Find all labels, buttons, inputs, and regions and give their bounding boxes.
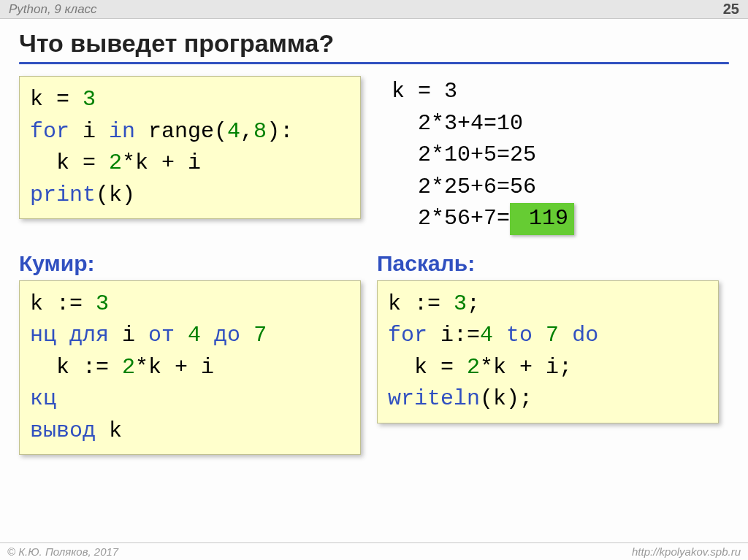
code-num: 4 [227,119,240,144]
code-kw: for [30,119,69,144]
code-text: ): [267,119,293,144]
code-num: 7 [253,323,267,348]
code-text [493,323,506,348]
code-text: (k); [480,386,533,411]
code-text [240,323,253,348]
code-text [559,323,572,348]
code-text: k = [30,150,109,175]
code-text: *k + i [135,355,214,380]
code-text: i [109,323,148,348]
code-num: 4 [480,323,493,348]
pascal-label: Паскаль: [377,251,719,276]
code-text: *k + i; [480,355,572,380]
kumir-code: k := 3 нц для i от 4 до 7 k := 2*k + i к… [19,280,361,456]
code-num: 8 [253,119,267,144]
code-text [533,323,546,348]
code-text: k := [30,355,122,380]
code-kw: кц [30,386,56,411]
code-num: 2 [467,355,480,380]
trace-line: 2*3+4=10 [392,111,523,136]
code-num: 2 [109,150,122,175]
code-kw: до [214,323,240,348]
footer-copyright: © К.Ю. Поляков, 2017 [7,545,118,558]
code-num: 7 [546,323,559,348]
code-text [201,323,214,348]
trace-line: 2*10+5=25 [392,142,536,167]
code-kw: to [506,323,533,348]
page-number: 25 [723,1,739,18]
answer-box: 119 [510,203,574,235]
code-text: k = [388,355,467,380]
code-kw: do [572,323,598,348]
code-text: k := [388,291,454,316]
trace-line: 2*25+6=56 [392,174,536,199]
code-text: , [240,119,253,144]
page-title: Что выведет программа? [19,29,729,58]
code-num: 4 [188,323,201,348]
footer: © К.Ю. Поляков, 2017 http://kpolyakov.sp… [0,542,748,560]
code-kw: нц для [30,323,109,348]
code-text [175,323,188,348]
code-text: i [69,119,109,144]
trace-line: k = 3 [392,79,457,104]
code-text: (k) [96,183,135,207]
trace-line: 2*56+7= [392,206,510,231]
course-label: Python, 9 класс [9,2,97,17]
content-area: k = 3 for i in range(4,8): k = 2*k + i p… [0,69,748,455]
code-kw: вывод [30,418,96,443]
kumir-label: Кумир: [19,251,361,276]
code-kw: writeln [388,386,480,411]
footer-url: http://kpolyakov.spb.ru [632,545,741,558]
code-text: range( [135,119,227,144]
code-num: 3 [83,87,96,112]
code-text: k = [30,87,83,112]
pascal-code: k := 3; for i:=4 to 7 do k = 2*k + i; wr… [377,280,719,423]
code-kw: in [109,119,135,144]
topbar: Python, 9 класс 25 [0,0,748,19]
trace-block: k = 3 2*3+4=10 2*10+5=25 2*25+6=56 2*56+… [377,76,574,235]
code-text: k := [30,291,96,316]
code-text: i:= [427,323,480,348]
title-area: Что выведет программа? [0,19,748,69]
code-num: 3 [454,291,467,316]
code-kw: print [30,183,96,207]
title-underline [19,62,729,64]
code-text: *k + i [122,150,201,175]
code-num: 3 [96,291,109,316]
code-num: 2 [122,355,135,380]
code-text: ; [467,291,480,316]
code-kw: for [388,323,427,348]
code-text: k [96,418,122,443]
python-code: k = 3 for i in range(4,8): k = 2*k + i p… [19,76,361,219]
code-kw: от [148,323,175,348]
